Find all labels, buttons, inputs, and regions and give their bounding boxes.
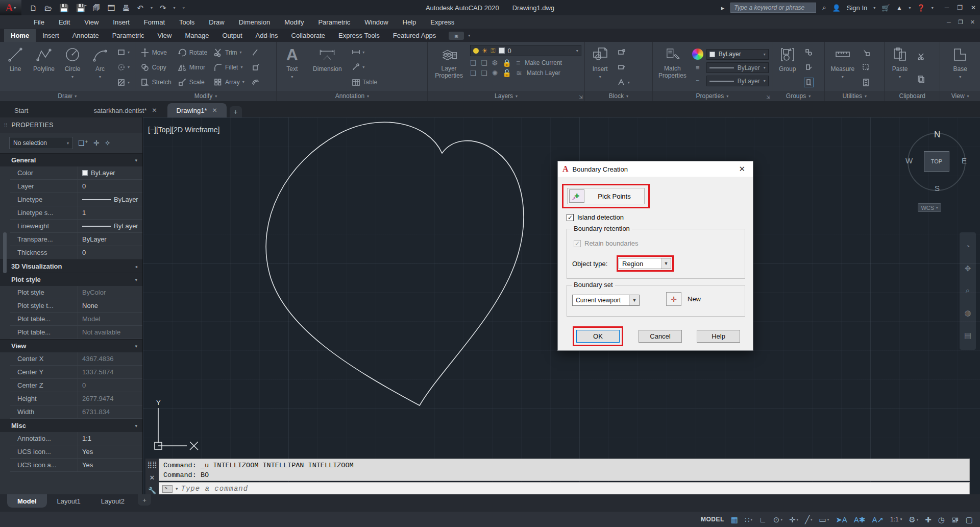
viewcube-top-face[interactable]: TOP — [924, 151, 949, 172]
polyline-button[interactable]: Polyline — [31, 44, 57, 91]
table-button[interactable]: Table — [350, 77, 424, 88]
ribbon-tab-addins[interactable]: Add-ins — [249, 29, 285, 42]
circle-caret[interactable]: ▾ — [71, 75, 74, 79]
undo-caret[interactable]: ▾ — [151, 6, 153, 10]
app-store-icon[interactable]: 🛒 — [881, 4, 890, 12]
menu-format[interactable]: Format — [137, 16, 172, 28]
annotation-monitor-icon[interactable]: ✚ — [925, 516, 932, 523]
island-detection-checkbox[interactable]: ✓ Island detection — [567, 213, 624, 221]
dimension-button[interactable]: Dimension — [307, 44, 347, 91]
ribbon-tab-annotate[interactable]: Annotate — [66, 29, 106, 42]
quick-select-icon[interactable]: ✧ — [105, 139, 111, 147]
viewcube-north[interactable]: N — [934, 130, 940, 140]
arc-caret[interactable]: ▾ — [99, 75, 101, 79]
undo-icon[interactable]: ↶ — [137, 4, 143, 12]
search-expand-icon[interactable]: ▸ — [721, 4, 725, 12]
combo-dropdown-icon[interactable]: ▼ — [629, 295, 639, 305]
doc-close-button[interactable]: ✕ — [970, 19, 975, 26]
ribbon-tab-collaborate[interactable]: Collaborate — [285, 29, 332, 42]
layer-thaw-all-icon[interactable]: ✺ — [492, 69, 498, 77]
wcs-menu-button[interactable]: WCS▾ — [918, 203, 941, 212]
save-as-icon[interactable]: 💾̑ — [76, 4, 86, 12]
menu-draw[interactable]: Draw — [202, 16, 231, 28]
autoscale-icon[interactable]: A✱ — [854, 516, 866, 523]
property-row-linetype-scale[interactable]: Linetype s... 1 — [10, 206, 142, 220]
layer-on-all-icon[interactable]: ❏ — [470, 69, 477, 77]
layer-unisolate-icon[interactable]: ❏ — [481, 69, 487, 77]
viewcube-south[interactable]: S — [935, 184, 940, 193]
save-icon[interactable]: 💾 — [59, 4, 69, 12]
trim-caret[interactable]: ▾ — [240, 50, 242, 55]
file-tab-drawing1[interactable]: Drawing1* ✕ — [167, 103, 227, 117]
quick-select-button[interactable] — [860, 47, 872, 58]
text-caret[interactable]: ▾ — [291, 75, 293, 79]
base-caret[interactable]: ▾ — [959, 75, 961, 79]
combo-dropdown-icon[interactable]: ▼ — [661, 258, 671, 269]
explode-button[interactable] — [250, 62, 261, 73]
selection-combo-caret[interactable]: ▾ — [67, 141, 69, 146]
menu-file[interactable]: File — [27, 16, 52, 28]
menu-window[interactable]: Window — [357, 16, 395, 28]
circle-button[interactable]: Circle ▾ — [60, 44, 85, 91]
layer-freeze-icon[interactable]: ❆ — [492, 59, 498, 67]
property-row-plot-table-type[interactable]: Plot table... Not available — [10, 326, 142, 339]
command-history[interactable]: Command: _u INTELLIZOOM INTELLIPAN INTEL… — [159, 459, 970, 481]
restore-button[interactable]: ❐ — [957, 4, 963, 11]
clean-screen-icon[interactable]: ▢ — [966, 516, 973, 523]
toggle-pickadd-icon[interactable]: ❏⁺ — [78, 139, 88, 147]
redo-icon[interactable]: ↷ — [160, 4, 166, 12]
palette-header[interactable]: ⁞⁞ PROPERTIES — [0, 117, 142, 133]
menu-tools[interactable]: Tools — [172, 16, 202, 28]
ribbon-tab-featured-apps[interactable]: Featured Apps — [386, 29, 443, 42]
file-tab-close-icon[interactable]: ✕ — [212, 107, 217, 114]
autodesk-icon[interactable]: ▲ — [896, 4, 903, 12]
search-icon[interactable]: ⌕ — [822, 4, 826, 12]
autodesk-caret[interactable]: ▾ — [909, 6, 911, 10]
new-file-icon[interactable]: 🗋 — [30, 4, 37, 12]
match-layer-button[interactable]: Match Layer — [527, 69, 560, 77]
fillet-caret[interactable]: ▾ — [240, 65, 242, 69]
redo-caret[interactable]: ▾ — [174, 6, 176, 10]
ribbon-tab-insert[interactable]: Insert — [36, 29, 66, 42]
menu-help[interactable]: Help — [396, 16, 424, 28]
menu-dimension[interactable]: Dimension — [232, 16, 277, 28]
paste-caret[interactable]: ▾ — [899, 75, 901, 79]
property-row-ucs-icon-on[interactable]: UCS icon... Yes — [10, 445, 142, 459]
layout-tab-model[interactable]: Model — [7, 494, 47, 508]
layer-unlock-all-icon[interactable]: 🔓 — [503, 69, 511, 77]
properties-dialog-launcher[interactable]: ⇲ — [766, 94, 770, 100]
ribbon-tab-manage[interactable]: Manage — [179, 29, 216, 42]
layer-combo-caret[interactable]: ▾ — [576, 49, 578, 53]
snap-mode-icon[interactable]: ∷▾ — [745, 516, 752, 523]
layer-isolate-icon[interactable]: ❏ — [481, 59, 487, 67]
new-layout-button[interactable]: + — [138, 494, 151, 506]
make-current-button[interactable]: Make Current — [525, 59, 562, 66]
recent-commands-caret[interactable]: ▾ — [176, 486, 178, 491]
units-icon[interactable]: ◷ — [938, 516, 945, 523]
cut-button[interactable] — [915, 51, 927, 62]
ok-button[interactable]: OK — [576, 330, 620, 343]
dynamic-input-icon[interactable]: ∟ — [759, 516, 767, 523]
measure-caret[interactable]: ▾ — [842, 75, 844, 79]
panel-label-annotation[interactable]: Annotation▾ — [277, 91, 427, 101]
object-color-combo[interactable]: ByLayer ▾ — [706, 49, 769, 60]
new-boundary-set-button[interactable]: ✛ — [666, 292, 681, 306]
ellipse-button[interactable]: ▾ — [115, 62, 131, 73]
quick-calculator-button[interactable] — [860, 77, 872, 88]
panel-label-properties[interactable]: Properties▾ — [653, 91, 772, 101]
help-button[interactable]: Help — [697, 330, 740, 343]
command-close-icon[interactable]: ✕ — [150, 474, 155, 482]
property-row-annotation-scale[interactable]: Annotatio... 1:1 — [10, 432, 142, 445]
section-misc[interactable]: Misc▾ — [0, 419, 142, 432]
ungroup-button[interactable] — [803, 47, 815, 58]
hatch-button[interactable]: ▾ — [115, 77, 131, 88]
zoom-icon[interactable]: ⌕ — [966, 286, 970, 295]
property-row-thickness[interactable]: Thickness 0 — [10, 246, 142, 259]
layout-tab-layout2[interactable]: Layout2 — [91, 494, 135, 508]
paste-button[interactable]: Paste ▾ — [888, 44, 912, 91]
property-row-layer[interactable]: Layer 0 — [10, 180, 142, 193]
linear-dimension-button[interactable]: ▾ — [350, 47, 424, 58]
menu-express[interactable]: Express — [423, 16, 461, 28]
graphics-performance-icon[interactable]: 🖳 — [951, 516, 959, 523]
linetype-combo[interactable]: ByLayer▾ — [706, 76, 769, 86]
